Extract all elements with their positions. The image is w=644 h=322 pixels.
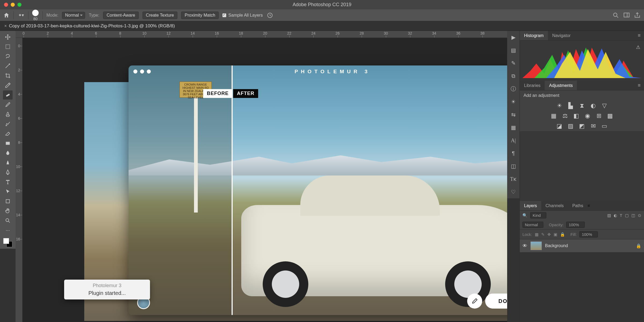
posterize-icon[interactable]: ▨: [567, 123, 575, 130]
warning-icon[interactable]: ⚠: [636, 44, 640, 50]
share-icon[interactable]: [634, 12, 641, 19]
filter-type-icon[interactable]: T: [620, 213, 622, 218]
lock-pos-icon[interactable]: ✥: [547, 232, 551, 237]
edit-toolbar-icon[interactable]: ⋯: [3, 226, 13, 235]
tool-preset-icon[interactable]: ✦▾: [17, 12, 24, 19]
gradient-tool[interactable]: [3, 139, 13, 148]
glyphs-icon[interactable]: Tᴋ: [510, 176, 517, 182]
filter-shape-icon[interactable]: ▢: [625, 213, 629, 218]
invert-icon[interactable]: ◪: [556, 123, 563, 130]
panel-icon[interactable]: ▤: [510, 47, 517, 53]
channel-mixer-icon[interactable]: ⊞: [595, 112, 603, 119]
done-button[interactable]: DONE: [485, 294, 507, 309]
info-icon[interactable]: ⓘ: [510, 86, 517, 92]
3d-icon[interactable]: ◫: [510, 163, 517, 169]
lock-all-icon[interactable]: 🔒: [560, 232, 565, 237]
brush-panel-icon[interactable]: ✎: [510, 60, 517, 66]
tab-adjustments[interactable]: Adjustments: [545, 81, 577, 90]
brightness-icon[interactable]: ☀: [556, 102, 563, 109]
dodge-tool[interactable]: [3, 158, 13, 167]
tab-libraries[interactable]: Libraries: [520, 81, 545, 90]
selective-icon[interactable]: ✉: [590, 123, 597, 130]
document-tab-title[interactable]: Copy of 2019-03-17-ben-kepka-cultured-ki…: [9, 23, 175, 29]
panel-menu-icon[interactable]: ≡: [634, 33, 644, 38]
proximity-match-button[interactable]: Proximity Match: [181, 12, 219, 19]
lock-trans-icon[interactable]: ▩: [535, 232, 539, 237]
lock-paint-icon[interactable]: ✎: [541, 232, 545, 237]
shape-tool[interactable]: [3, 197, 13, 206]
ruler-horizontal[interactable]: 02468101214161820222426283032343638: [16, 31, 507, 38]
marquee-tool[interactable]: [3, 42, 13, 51]
plugin-dot[interactable]: [147, 69, 151, 74]
filter-smart-icon[interactable]: ◫: [631, 213, 635, 218]
history-brush-tool[interactable]: [3, 119, 13, 129]
visibility-icon[interactable]: 👁: [522, 243, 527, 249]
search-icon[interactable]: [612, 12, 619, 19]
levels-icon[interactable]: ▙: [567, 102, 575, 109]
fill-value[interactable]: 100%: [579, 231, 598, 237]
content-aware-button[interactable]: Content-Aware: [103, 12, 138, 19]
lock-icon[interactable]: 🔒: [636, 243, 641, 248]
create-texture-button[interactable]: Create Texture: [142, 12, 178, 19]
filter-kind-dropdown[interactable]: Kind: [530, 212, 546, 218]
canvas-area[interactable]: CROWN RANGE HIGHEST MAIN RD IN NEW ZEALA…: [23, 38, 507, 322]
zoom-icon[interactable]: [17, 3, 21, 7]
home-icon[interactable]: [3, 12, 10, 19]
ruler-vertical[interactable]: 0246810121416: [16, 38, 23, 322]
plugin-dot[interactable]: [140, 69, 144, 74]
type-tool[interactable]: [3, 177, 13, 186]
blend-mode-dropdown[interactable]: Normal: [62, 12, 85, 19]
lut-icon[interactable]: ▩: [606, 112, 614, 119]
hand-tool[interactable]: [3, 206, 13, 215]
brush-size[interactable]: 80: [32, 10, 39, 21]
zoom-tool-icon[interactable]: [3, 216, 13, 225]
lasso-tool[interactable]: [3, 52, 13, 61]
minimize-icon[interactable]: [11, 3, 15, 7]
paragraph-icon[interactable]: ¶: [510, 150, 517, 156]
plugin-dot[interactable]: [133, 69, 137, 74]
pen-tool[interactable]: [3, 168, 13, 177]
path-select-tool[interactable]: [3, 187, 13, 196]
character-icon[interactable]: A|: [510, 137, 517, 144]
tab-navigator[interactable]: Navigator: [548, 31, 575, 40]
panel-menu-icon[interactable]: ≡: [588, 203, 590, 208]
bw-icon[interactable]: ◧: [573, 112, 580, 119]
crop-tool[interactable]: [3, 71, 13, 80]
blur-tool[interactable]: [3, 148, 13, 158]
clone-stamp-tool[interactable]: [3, 110, 13, 119]
foreground-color-swatch[interactable]: [3, 238, 9, 244]
balance-icon[interactable]: ⚖: [561, 112, 569, 119]
clone-panel-icon[interactable]: ⧉: [510, 73, 517, 79]
adjust-icon[interactable]: ☀: [510, 98, 517, 105]
play-icon[interactable]: ▶: [510, 34, 517, 41]
move-tool[interactable]: [3, 32, 13, 42]
curves-icon[interactable]: ⧗: [578, 102, 586, 109]
vibrance-icon[interactable]: ▽: [601, 102, 608, 109]
panel-menu-icon[interactable]: ≡: [634, 83, 644, 88]
styles-icon[interactable]: ▦: [510, 124, 517, 131]
layer-name[interactable]: Background: [545, 243, 633, 248]
blend-mode-dropdown[interactable]: Normal: [522, 222, 543, 228]
hue-icon[interactable]: ▦: [550, 112, 558, 119]
color-swatches[interactable]: [3, 238, 12, 247]
photo-filter-icon[interactable]: ◉: [584, 112, 591, 119]
spot-heal-tool[interactable]: [3, 90, 13, 100]
filter-toggle-icon[interactable]: ⊙: [638, 213, 641, 218]
workspace-icon[interactable]: [623, 12, 630, 19]
tab-histogram[interactable]: Histogram: [520, 31, 548, 40]
opacity-value[interactable]: 100%: [566, 222, 584, 228]
eyedropper-tool[interactable]: [3, 81, 13, 90]
tab-layers[interactable]: Layers: [520, 201, 541, 210]
edit-button[interactable]: [467, 294, 482, 309]
tips-icon[interactable]: ♡: [510, 189, 517, 195]
filter-adjust-icon[interactable]: ◐: [614, 213, 617, 218]
compare-slider[interactable]: [232, 65, 233, 315]
exposure-icon[interactable]: ◐: [590, 102, 597, 109]
brush-tool[interactable]: [3, 100, 13, 109]
layer-thumbnail[interactable]: [530, 241, 542, 250]
swap-icon[interactable]: ⇆: [510, 111, 517, 118]
layer-row-background[interactable]: 👁 Background 🔒: [520, 239, 644, 252]
threshold-icon[interactable]: ◩: [578, 123, 586, 130]
filter-pixel-icon[interactable]: ▧: [607, 213, 611, 218]
tab-paths[interactable]: Paths: [568, 201, 588, 210]
